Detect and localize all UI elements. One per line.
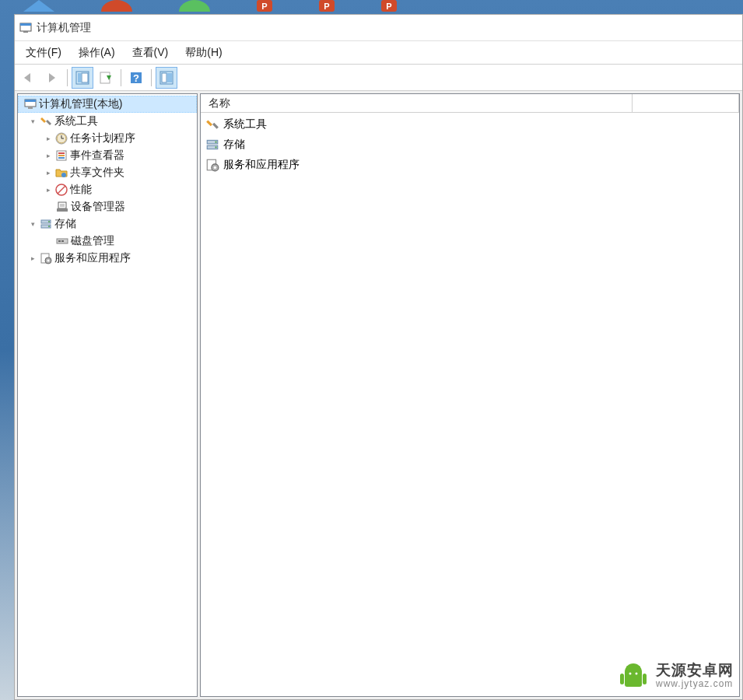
menubar: 文件(F) 操作(A) 查看(V) 帮助(H) — [15, 41, 742, 65]
tree-node-storage[interactable]: ▾ 存储 — [18, 215, 197, 233]
column-header-blank[interactable] — [633, 94, 739, 112]
services-icon — [205, 158, 219, 172]
svg-point-42 — [48, 226, 50, 227]
tree-node-device-manager[interactable]: 设备管理器 — [18, 198, 197, 215]
storage-icon — [40, 218, 52, 230]
svg-rect-14 — [82, 73, 88, 82]
svg-rect-23 — [25, 100, 36, 102]
tree-node-system-tools[interactable]: ▾ 系统工具 — [18, 113, 197, 130]
computer-icon — [24, 98, 37, 110]
storage-icon — [205, 138, 219, 152]
tree-node-event-viewer[interactable]: ▸ 事件查看器 — [18, 147, 197, 164]
menu-view[interactable]: 查看(V) — [124, 43, 177, 63]
titlebar[interactable]: 计算机管理 — [15, 15, 742, 41]
list-header: 名称 — [201, 94, 739, 113]
svg-rect-31 — [58, 155, 65, 156]
svg-marker-10 — [24, 73, 30, 82]
navigation-tree[interactable]: 计算机管理(本地) ▾ 系统工具 ▸ 任务计划程序 — [17, 93, 198, 697]
chevron-right-icon[interactable]: ▸ — [28, 254, 37, 263]
svg-rect-38 — [60, 204, 65, 207]
chevron-down-icon[interactable]: ▾ — [28, 117, 37, 126]
desktop-background: P P P — [0, 0, 743, 16]
tree-label-storage: 存储 — [54, 217, 76, 231]
tree-label-disk-management: 磁盘管理 — [71, 234, 114, 248]
svg-text:P: P — [324, 2, 329, 11]
list-item-system-tools[interactable]: 系统工具 — [201, 114, 739, 135]
forward-button[interactable] — [41, 67, 63, 89]
svg-rect-9 — [23, 31, 28, 33]
show-hide-tree-button[interactable] — [72, 67, 93, 89]
chevron-right-icon[interactable]: ▸ — [44, 168, 53, 177]
svg-text:P: P — [261, 2, 267, 11]
watermark-title: 天源安卓网 — [656, 663, 734, 679]
svg-rect-30 — [58, 152, 65, 154]
svg-text:P: P — [386, 2, 391, 11]
tree-label-event-viewer: 事件查看器 — [70, 149, 124, 163]
svg-rect-37 — [57, 208, 68, 212]
list-item-label: 服务和应用程序 — [223, 158, 300, 172]
shared-folder-icon — [55, 166, 68, 179]
disk-icon — [56, 235, 68, 247]
device-icon — [56, 201, 68, 213]
tree-root-label: 计算机管理(本地) — [39, 97, 122, 111]
svg-point-55 — [214, 166, 216, 169]
list-item-label: 存储 — [223, 138, 245, 152]
toolbar-separator — [67, 69, 68, 86]
svg-text:?: ? — [133, 72, 139, 84]
tree-node-services-applications[interactable]: ▸ 服务和应用程序 — [18, 250, 197, 267]
details-pane: 名称 系统工具 存储 — [200, 93, 740, 697]
tree-label-device-manager: 设备管理器 — [71, 200, 125, 214]
toolbar-separator — [151, 69, 152, 86]
tools-icon — [40, 115, 52, 128]
menu-file[interactable]: 文件(F) — [18, 43, 69, 63]
performance-icon — [55, 184, 68, 196]
svg-point-61 — [636, 673, 638, 675]
help-button[interactable]: ? — [125, 67, 147, 89]
export-list-button[interactable] — [95, 67, 117, 89]
svg-point-51 — [215, 142, 216, 143]
svg-point-41 — [48, 221, 50, 222]
svg-rect-21 — [162, 73, 166, 82]
chevron-right-icon[interactable]: ▸ — [44, 134, 53, 143]
svg-marker-0 — [23, 0, 54, 12]
menu-help[interactable]: 帮助(H) — [177, 43, 230, 63]
svg-rect-13 — [78, 73, 81, 82]
chevron-right-icon[interactable]: ▸ — [44, 185, 53, 194]
list-body[interactable]: 系统工具 存储 服务和应用程序 — [201, 113, 739, 696]
tree-label-task-scheduler: 任务计划程序 — [70, 131, 135, 145]
list-item-label: 系统工具 — [223, 117, 267, 131]
svg-point-33 — [61, 173, 66, 177]
clock-icon — [55, 132, 68, 145]
list-item-storage[interactable]: 存储 — [201, 135, 739, 155]
svg-rect-59 — [643, 674, 647, 684]
watermark: 天源安卓网 www.jytyaz.com — [617, 660, 734, 692]
back-button[interactable] — [18, 67, 40, 89]
toolbar-separator — [121, 69, 121, 86]
tree-node-task-scheduler[interactable]: ▸ 任务计划程序 — [18, 130, 197, 147]
content-area: 计算机管理(本地) ▾ 系统工具 ▸ 任务计划程序 — [15, 91, 742, 699]
tree-node-shared-folders[interactable]: ▸ 共享文件夹 — [18, 164, 197, 181]
svg-rect-45 — [61, 240, 64, 242]
svg-rect-58 — [620, 674, 624, 684]
column-header-name[interactable]: 名称 — [201, 94, 633, 112]
tree-label-shared-folders: 共享文件夹 — [70, 166, 124, 180]
chevron-down-icon[interactable]: ▾ — [28, 219, 37, 229]
menu-action[interactable]: 操作(A) — [71, 43, 123, 63]
event-icon — [55, 149, 68, 162]
tree-label-services: 服务和应用程序 — [54, 251, 131, 265]
app-icon — [19, 22, 32, 34]
tree-label-system-tools: 系统工具 — [54, 114, 98, 128]
svg-rect-32 — [58, 157, 65, 159]
svg-marker-11 — [49, 73, 55, 82]
tree-root-computer-management[interactable]: 计算机管理(本地) — [18, 96, 197, 113]
svg-rect-20 — [167, 73, 172, 82]
list-item-services-applications[interactable]: 服务和应用程序 — [201, 155, 739, 175]
tree-node-disk-management[interactable]: 磁盘管理 — [18, 233, 197, 250]
show-hide-action-pane-button[interactable] — [156, 67, 177, 89]
svg-point-48 — [47, 260, 50, 262]
chevron-right-icon[interactable]: ▸ — [44, 151, 53, 160]
tree-node-performance[interactable]: ▸ 性能 — [18, 181, 197, 198]
svg-rect-8 — [20, 23, 31, 26]
watermark-url: www.jytyaz.com — [656, 679, 734, 689]
tools-icon — [205, 117, 219, 131]
